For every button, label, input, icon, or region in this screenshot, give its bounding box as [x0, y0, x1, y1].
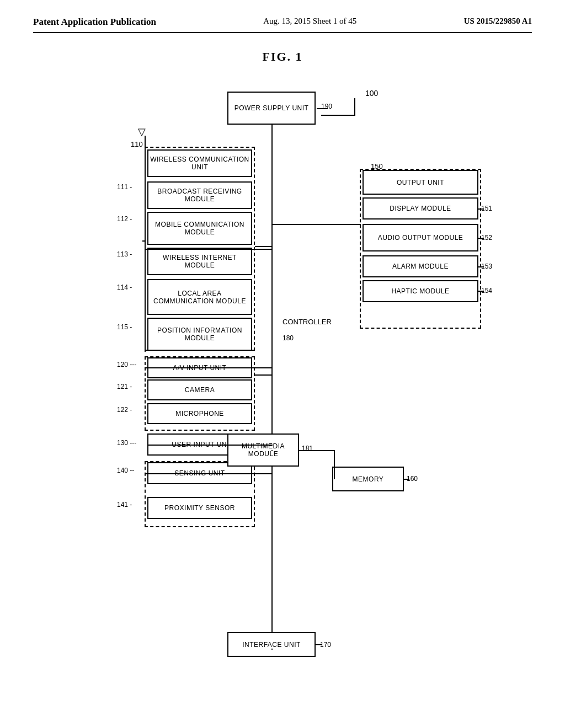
label-141: 141 -: [117, 501, 132, 508]
label-111: 111 -: [117, 183, 132, 191]
diagram: POWER SUPPLY UNIT 190 100 110 WIRELESS C…: [45, 81, 520, 687]
label-110: 110: [131, 140, 143, 148]
label-112: 112 -: [117, 215, 132, 223]
label-121: 121 -: [117, 383, 132, 390]
power-supply-unit-box: POWER SUPPLY UNIT: [227, 92, 316, 125]
header-patent: US 2015/229850 A1: [464, 17, 532, 26]
wireless-internet-box: WIRELESS INTERNET MODULE: [147, 248, 252, 275]
broadcast-receiving-box: BROADCAST RECEIVING MODULE: [147, 181, 252, 209]
mobile-comm-box: MOBILE COMMUNICATION MODULE: [147, 212, 252, 245]
audio-output-box: AUDIO OUTPUT MODULE: [363, 224, 478, 251]
wireless-comm-unit-box: WIRELESS COMMUNICATION UNIT: [147, 149, 252, 177]
output-unit-box: OUTPUT UNIT: [363, 170, 478, 195]
label-100: 100: [365, 89, 378, 98]
label-180: 180: [282, 334, 294, 342]
haptic-module-box: HAPTIC MODULE: [363, 280, 478, 302]
header-date-sheet: Aug. 13, 2015 Sheet 1 of 45: [263, 17, 356, 26]
label-130: 130 ---: [117, 439, 136, 447]
controller-label: CONTROLLER: [282, 318, 332, 326]
proximity-sensor-box: PROXIMITY SENSOR: [147, 497, 252, 519]
alarm-module-box: ALARM MODULE: [363, 255, 478, 277]
label-140: 140 --: [117, 467, 134, 474]
local-area-comm-box: LOCAL AREA COMMUNICATION MODULE: [147, 279, 252, 315]
label-114: 114 -: [117, 283, 132, 291]
header-title: Patent Application Publication: [33, 17, 156, 28]
label-122: 122 -: [117, 406, 132, 414]
camera-box: CAMERA: [147, 379, 252, 400]
memory-box: MEMORY: [332, 467, 404, 491]
label-120: 120 ---: [117, 361, 136, 368]
figure-title: FIG. 1: [33, 50, 532, 64]
page-header: Patent Application Publication Aug. 13, …: [33, 17, 532, 33]
label-115: 115 -: [117, 323, 132, 331]
multimedia-module-box: MULTIMEDIA MODULE: [227, 433, 299, 467]
interface-unit-box: INTERFACE UNIT: [227, 632, 316, 657]
label-113: 113 -: [117, 250, 132, 258]
display-module-box: DISPLAY MODULE: [363, 197, 478, 220]
position-info-box: POSITION INFORMATION MODULE: [147, 318, 252, 351]
patent-page: Patent Application Publication Aug. 13, …: [0, 0, 565, 728]
microphone-box: MICROPHONE: [147, 403, 252, 424]
